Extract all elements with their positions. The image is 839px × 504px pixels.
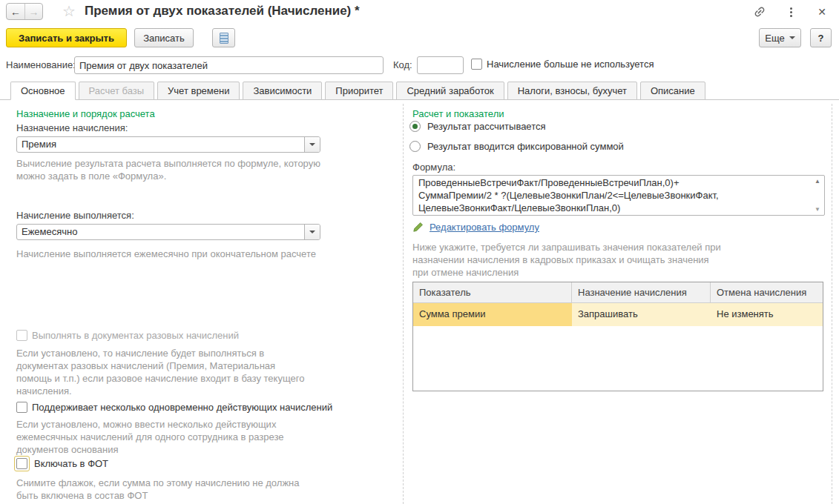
back-icon: ← bbox=[10, 6, 21, 18]
tab-bar: Основное Расчет базы Учет времени Зависи… bbox=[0, 82, 839, 100]
schedule-hint: Начисление выполняется ежемесячно при ок… bbox=[16, 248, 402, 260]
column-header-on-assign[interactable]: Назначение начисления bbox=[572, 282, 711, 302]
multi-hint: Если установлено, можно ввести несколько… bbox=[16, 418, 313, 456]
purpose-hint: Вычисление результата расчета выполняетс… bbox=[16, 157, 328, 182]
radio-selected-dot bbox=[412, 124, 418, 129]
close-icon[interactable]: ✕ bbox=[815, 5, 829, 19]
fot-hint: Снимите флажок, если сумма по этому начи… bbox=[16, 477, 313, 502]
scroll-down-icon[interactable]: ▼ bbox=[815, 206, 820, 213]
help-button[interactable]: ? bbox=[810, 28, 832, 47]
window-controls: ✕ bbox=[753, 5, 829, 19]
multi-checkbox-label: Поддерживает несколько одновременно дейс… bbox=[32, 402, 332, 413]
formula-field[interactable]: ПроведенныеВстречиФакт/ПроведенныеВстреч… bbox=[412, 175, 825, 216]
formula-text[interactable]: ПроведенныеВстречиФакт/ПроведенныеВстреч… bbox=[418, 176, 809, 214]
more-button-label: Еще bbox=[765, 33, 784, 44]
pencil-icon bbox=[412, 222, 424, 233]
chevron-down-icon bbox=[309, 231, 315, 233]
purpose-combobox-button[interactable] bbox=[304, 137, 320, 152]
name-field-label: Наименование: bbox=[6, 59, 76, 70]
tab-prioritet[interactable]: Приоритет bbox=[325, 82, 393, 100]
back-button[interactable]: ← bbox=[7, 4, 24, 19]
radio-result-fixed[interactable]: Результат вводится фиксированной суммой bbox=[409, 141, 624, 152]
accrual-form-window: ← → ☆ Премия от двух показателей (Начисл… bbox=[0, 0, 839, 504]
single-docs-checkbox bbox=[16, 330, 27, 341]
schedule-combobox[interactable]: Ежемесячно bbox=[16, 224, 320, 240]
schedule-label: Начисление выполняется: bbox=[16, 210, 134, 221]
fot-checkbox-row[interactable]: Включать в ФОТ bbox=[14, 456, 108, 471]
indicators-hint: Ниже укажите, требуется ли запрашивать з… bbox=[412, 241, 723, 279]
single-docs-hint: Если установлено, то начисление будет вы… bbox=[16, 347, 313, 397]
cell-indicator[interactable]: Сумма премии bbox=[413, 303, 572, 326]
tab-zavisimosti[interactable]: Зависимости bbox=[243, 82, 322, 100]
tab-raschet-bazy[interactable]: Расчет базы bbox=[79, 82, 155, 100]
name-input[interactable] bbox=[74, 56, 384, 74]
indicators-table: Показатель Назначение начисления Отмена … bbox=[412, 282, 823, 391]
deprecated-checkbox-label: Начисление больше не используется bbox=[487, 59, 654, 70]
column-header-on-cancel[interactable]: Отмена начисления bbox=[711, 282, 823, 302]
column-splitter[interactable] bbox=[403, 104, 404, 504]
fot-checkbox-label: Включать в ФОТ bbox=[34, 458, 108, 469]
radio-calculated-label: Результат рассчитывается bbox=[427, 121, 546, 132]
purpose-combobox[interactable]: Премия bbox=[16, 136, 320, 153]
purpose-label: Назначение начисления: bbox=[16, 122, 128, 133]
deprecated-checkbox-row[interactable]: Начисление больше не используется bbox=[471, 59, 654, 70]
code-input[interactable] bbox=[417, 56, 464, 74]
right-splitter[interactable] bbox=[832, 104, 832, 504]
formula-label: Формула: bbox=[412, 162, 455, 173]
radio-result-calculated[interactable]: Результат рассчитывается bbox=[409, 121, 546, 132]
edit-formula-link[interactable]: Редактировать формулу bbox=[430, 222, 539, 233]
page-title: Премия от двух показателей (Начисление) … bbox=[85, 4, 360, 19]
chevron-down-icon bbox=[789, 36, 795, 39]
fot-checkbox[interactable] bbox=[16, 458, 27, 469]
tab-sredniy-zarabotok[interactable]: Средний заработок bbox=[396, 82, 504, 100]
tab-uchet-vremeni[interactable]: Учет времени bbox=[157, 82, 240, 100]
table-row[interactable]: Сумма премии Запрашивать Не изменять bbox=[413, 303, 823, 326]
save-and-close-button[interactable]: Записать и закрыть bbox=[6, 28, 127, 47]
more-button[interactable]: Еще bbox=[759, 28, 801, 47]
chevron-down-icon bbox=[309, 143, 315, 146]
radio-fixed-circle[interactable] bbox=[409, 141, 421, 152]
purpose-combobox-value: Премия bbox=[17, 137, 304, 152]
code-field-label: Код: bbox=[393, 59, 412, 70]
indicators-table-header: Показатель Назначение начисления Отмена … bbox=[413, 282, 823, 303]
related-documents-button[interactable] bbox=[212, 28, 235, 47]
tab-nalogi-vznosy[interactable]: Налоги, взносы, бухучет bbox=[507, 82, 637, 100]
cell-on-assign[interactable]: Запрашивать bbox=[572, 303, 711, 326]
tab-opisanie[interactable]: Описание bbox=[640, 82, 705, 100]
single-docs-checkbox-row: Выполнять в документах разовых начислени… bbox=[16, 330, 239, 341]
fot-checkbox-focus-ring bbox=[14, 456, 30, 471]
multi-checkbox[interactable] bbox=[16, 402, 27, 413]
tab-osnovnoe[interactable]: Основное bbox=[10, 82, 76, 100]
scroll-up-icon[interactable]: ▲ bbox=[815, 178, 820, 185]
deprecated-checkbox[interactable] bbox=[471, 59, 482, 70]
section-title-calculation: Расчет и показатели bbox=[412, 108, 504, 119]
history-nav: ← → bbox=[6, 3, 43, 20]
radio-calculated-circle[interactable] bbox=[409, 121, 421, 132]
save-button[interactable]: Записать bbox=[134, 28, 194, 47]
cell-on-cancel[interactable]: Не изменять bbox=[711, 303, 823, 326]
related-documents-icon bbox=[220, 33, 228, 44]
get-link-icon[interactable] bbox=[753, 5, 766, 19]
column-header-indicator[interactable]: Показатель bbox=[413, 282, 572, 302]
schedule-combobox-button[interactable] bbox=[304, 225, 320, 239]
multi-checkbox-row[interactable]: Поддерживает несколько одновременно дейс… bbox=[16, 402, 332, 413]
edit-formula-row: Редактировать формулу bbox=[412, 222, 539, 233]
forward-icon: → bbox=[29, 6, 39, 18]
single-docs-checkbox-label: Выполнять в документах разовых начислени… bbox=[32, 330, 239, 341]
window-menu-icon[interactable] bbox=[784, 5, 797, 19]
radio-fixed-label: Результат вводится фиксированной суммой bbox=[427, 141, 624, 152]
favorite-star-icon[interactable]: ☆ bbox=[62, 2, 76, 20]
section-title-purpose: Назначение и порядок расчета bbox=[16, 108, 155, 119]
forward-button[interactable]: → bbox=[24, 4, 42, 19]
schedule-combobox-value: Ежемесячно bbox=[17, 225, 304, 239]
